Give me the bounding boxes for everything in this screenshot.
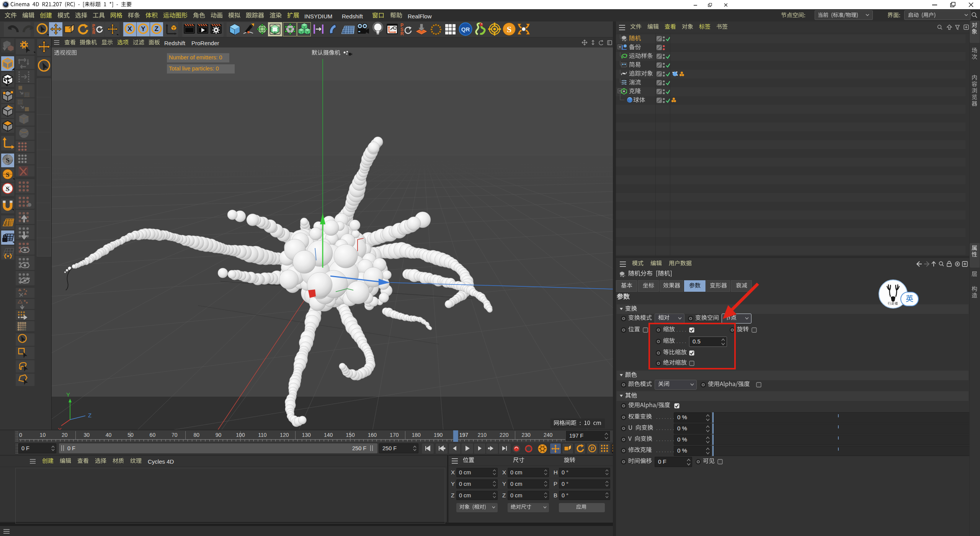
svg-text:140: 140 (324, 432, 333, 438)
svg-text:Z: Z (88, 412, 91, 418)
svg-text:S: S (6, 157, 9, 164)
svg-text:130: 130 (302, 432, 311, 438)
svg-text:Y: Y (141, 25, 145, 33)
svg-text:180: 180 (412, 432, 421, 438)
svg-text:20: 20 (62, 432, 68, 438)
svg-text:190: 190 (434, 432, 443, 438)
svg-text:R: R (400, 31, 404, 36)
svg-text:50: 50 (127, 432, 134, 438)
svg-text:197: 197 (459, 432, 469, 438)
svg-text:220: 220 (500, 432, 509, 438)
svg-text:S: S (6, 185, 9, 193)
svg-text:170: 170 (390, 432, 399, 438)
svg-text:Z: Z (155, 25, 158, 33)
svg-text:QR: QR (461, 26, 470, 33)
svg-text:90: 90 (216, 432, 222, 438)
svg-text:0: 0 (19, 432, 22, 438)
svg-text:150: 150 (346, 432, 355, 438)
svg-text:30: 30 (83, 432, 90, 438)
svg-text:X: X (127, 25, 132, 33)
svg-text:70: 70 (172, 432, 178, 438)
svg-text:160: 160 (368, 432, 377, 438)
svg-text:80: 80 (193, 432, 199, 438)
svg-text:120: 120 (280, 432, 289, 438)
svg-text:240: 240 (544, 432, 553, 438)
svg-text:210: 210 (478, 432, 487, 438)
svg-text:Y: Y (66, 391, 70, 398)
svg-text:S: S (6, 171, 9, 178)
svg-text:10: 10 (40, 432, 46, 438)
svg-text:110: 110 (258, 432, 267, 438)
svg-text:230: 230 (522, 432, 531, 438)
svg-text:100: 100 (236, 432, 245, 438)
svg-text:60: 60 (150, 432, 156, 438)
svg-text:S: S (507, 25, 511, 34)
svg-text:R: R (92, 30, 95, 35)
svg-text:40: 40 (106, 432, 112, 438)
svg-text:P: P (591, 446, 594, 451)
